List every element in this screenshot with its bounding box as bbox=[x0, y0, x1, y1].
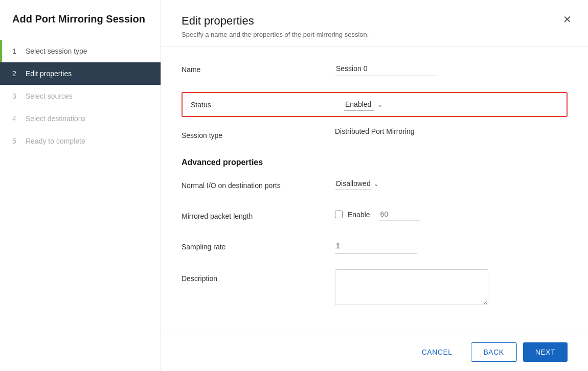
normal-io-control: Disallowed Allowed ⌄ bbox=[335, 177, 568, 190]
mirrored-packet-label: Mirrored packet length bbox=[182, 208, 335, 220]
session-type-control: Distributed Port Mirroring bbox=[335, 127, 568, 135]
step-5-label: Ready to complete bbox=[26, 137, 85, 145]
status-control: Enabled Disabled ⌄ bbox=[344, 98, 558, 111]
form-area: Name Status Enabled Disabled ⌄ bbox=[161, 47, 588, 333]
main-header: Edit properties Specify a name and the p… bbox=[161, 0, 588, 47]
page-subtext: Specify a name and the properties of the… bbox=[182, 31, 568, 38]
description-label: Description bbox=[182, 269, 335, 283]
sidebar-step-4[interactable]: 4 Select destinations bbox=[0, 107, 161, 130]
name-control bbox=[335, 61, 568, 76]
mirrored-enable-label: Enable bbox=[348, 211, 370, 219]
step-1-container: 1 Select session type bbox=[0, 40, 161, 62]
status-label: Status bbox=[191, 101, 344, 109]
sidebar-step-1[interactable]: 1 Select session type bbox=[0, 40, 161, 62]
back-button[interactable]: BACK bbox=[471, 342, 517, 362]
mirrored-checkbox-row: Enable bbox=[335, 208, 420, 221]
status-dropdown-arrow: ⌄ bbox=[377, 101, 382, 108]
step-3-label: Select sources bbox=[26, 92, 73, 100]
session-type-label: Session type bbox=[182, 127, 335, 140]
description-row: Description bbox=[182, 269, 568, 305]
mirrored-packet-control: Enable bbox=[335, 208, 568, 221]
sidebar-step-2[interactable]: 2 Edit properties bbox=[0, 62, 161, 85]
sidebar-steps: 1 Select session type 2 Edit properties … bbox=[0, 40, 161, 152]
status-row: Status Enabled Disabled ⌄ bbox=[182, 92, 568, 117]
main-content: Edit properties Specify a name and the p… bbox=[161, 0, 588, 371]
sampling-rate-input[interactable] bbox=[335, 239, 417, 253]
sampling-rate-label: Sampling rate bbox=[182, 239, 335, 251]
sampling-rate-row: Sampling rate bbox=[182, 239, 568, 257]
name-row: Name bbox=[182, 61, 568, 80]
next-button[interactable]: NEXT bbox=[523, 342, 568, 362]
step-4-container: 4 Select destinations bbox=[0, 107, 161, 130]
step-3-num: 3 bbox=[12, 92, 20, 100]
name-label: Name bbox=[182, 61, 335, 74]
normal-io-select-wrapper: Disallowed Allowed ⌄ bbox=[335, 177, 379, 190]
step-5-container: 5 Ready to complete bbox=[0, 130, 161, 152]
normal-io-select[interactable]: Disallowed Allowed bbox=[335, 177, 372, 190]
step-1-num: 1 bbox=[12, 47, 20, 55]
mirrored-enable-checkbox[interactable] bbox=[335, 211, 343, 218]
step-4-label: Select destinations bbox=[26, 114, 86, 123]
name-input[interactable] bbox=[335, 61, 437, 76]
footer: CANCEL BACK NEXT bbox=[161, 333, 588, 371]
normal-io-dropdown-arrow: ⌄ bbox=[374, 180, 379, 188]
mirrored-length-input[interactable] bbox=[379, 208, 420, 221]
sidebar-title: Add Port Mirroring Session bbox=[0, 12, 161, 40]
page-title: Edit properties bbox=[182, 14, 568, 28]
status-select-wrapper: Enabled Disabled ⌄ bbox=[344, 98, 382, 111]
step-2-container: 2 Edit properties bbox=[0, 62, 161, 85]
step-3-container: 3 Select sources bbox=[0, 85, 161, 107]
status-select[interactable]: Enabled Disabled bbox=[344, 98, 374, 111]
close-button[interactable]: ✕ bbox=[561, 12, 574, 27]
mirrored-packet-row: Mirrored packet length Enable bbox=[182, 208, 568, 226]
normal-io-label: Normal I/O on destination ports bbox=[182, 177, 335, 190]
modal-wrapper: Add Port Mirroring Session 1 Select sess… bbox=[0, 0, 588, 371]
step-2-label: Edit properties bbox=[26, 69, 72, 78]
advanced-properties-heading: Advanced properties bbox=[182, 158, 568, 167]
description-textarea[interactable] bbox=[335, 269, 488, 305]
step-1-label: Select session type bbox=[26, 47, 87, 55]
step-5-num: 5 bbox=[12, 137, 20, 145]
sidebar-step-5[interactable]: 5 Ready to complete bbox=[0, 130, 161, 152]
cancel-button[interactable]: CANCEL bbox=[410, 342, 465, 362]
sampling-rate-control bbox=[335, 239, 568, 253]
session-type-value: Distributed Port Mirroring bbox=[335, 127, 415, 135]
session-type-row: Session type Distributed Port Mirroring bbox=[182, 127, 568, 146]
sidebar: Add Port Mirroring Session 1 Select sess… bbox=[0, 0, 161, 371]
step-4-num: 4 bbox=[12, 114, 20, 123]
sidebar-step-3[interactable]: 3 Select sources bbox=[0, 85, 161, 107]
normal-io-row: Normal I/O on destination ports Disallow… bbox=[182, 177, 568, 196]
step-2-num: 2 bbox=[12, 69, 20, 78]
